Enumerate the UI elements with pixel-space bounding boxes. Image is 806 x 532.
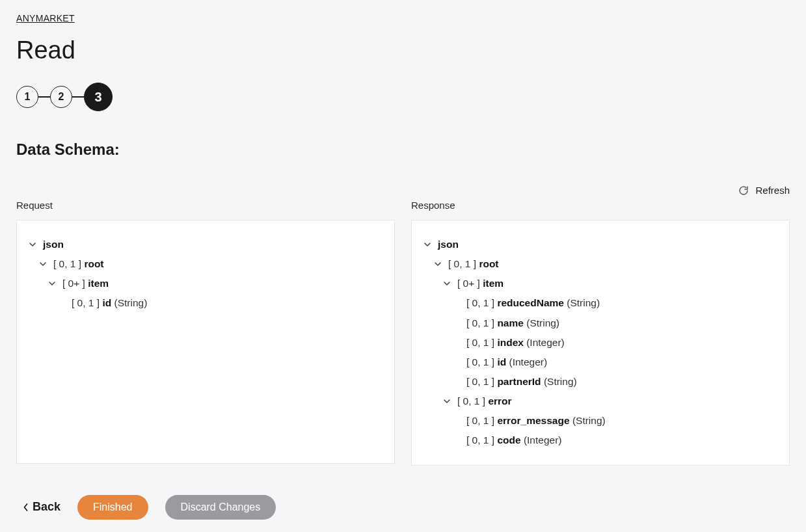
wizard-step-3[interactable]: 3: [84, 83, 113, 111]
tree-node-label: json: [438, 238, 459, 251]
refresh-label: Refresh: [755, 185, 790, 196]
chevron-down-icon[interactable]: [443, 280, 452, 287]
tree-node-label: [ 0, 1 ] index (Integer): [466, 336, 565, 349]
request-label: Request: [16, 200, 395, 211]
chevron-left-icon: [23, 503, 29, 512]
tree-node-label: [ 0, 1 ] name (String): [466, 317, 559, 330]
discard-button[interactable]: Discard Changes: [165, 495, 276, 520]
tree-row[interactable]: [ 0, 1 ] root: [29, 254, 383, 274]
refresh-icon: [738, 185, 749, 196]
finished-button[interactable]: Finished: [77, 495, 148, 520]
tree-row: [ 0, 1 ] index (Integer): [423, 333, 777, 352]
tree-node-label: [ 0+ ] item: [457, 277, 504, 290]
tree-row: [ 0, 1 ] id (String): [29, 293, 383, 313]
breadcrumb-link[interactable]: ANYMARKET: [16, 13, 790, 23]
tree-node-label: [ 0, 1 ] id (Integer): [466, 356, 547, 369]
tree-row: [ 0, 1 ] id (Integer): [423, 352, 777, 372]
tree-node-label: [ 0, 1 ] error_message (String): [466, 414, 606, 427]
tree-node-label: [ 0, 1 ] code (Integer): [466, 434, 562, 447]
wizard-step-2[interactable]: 2: [50, 86, 72, 108]
wizard-step-1[interactable]: 1: [16, 86, 38, 108]
tree-row[interactable]: [ 0, 1 ] error: [423, 392, 777, 411]
step-connector: [72, 96, 84, 98]
tree-row[interactable]: [ 0+ ] item: [29, 274, 383, 293]
tree-row[interactable]: json: [29, 235, 383, 254]
chevron-down-icon[interactable]: [29, 241, 38, 248]
request-panel: json[ 0, 1 ] root[ 0+ ] item[ 0, 1 ] id …: [16, 220, 395, 464]
tree-node-label: [ 0+ ] item: [62, 277, 109, 290]
chevron-down-icon[interactable]: [443, 397, 452, 405]
section-heading: Data Schema:: [16, 140, 790, 159]
tree-node-label: [ 0, 1 ] error: [457, 395, 512, 408]
tree-row[interactable]: [ 0, 1 ] root: [423, 254, 777, 274]
tree-row[interactable]: [ 0+ ] item: [423, 274, 777, 293]
tree-node-label: [ 0, 1 ] id (String): [72, 297, 147, 310]
chevron-down-icon[interactable]: [434, 260, 443, 268]
response-panel: json[ 0, 1 ] root[ 0+ ] item[ 0, 1 ] red…: [411, 220, 790, 466]
page-title: Read: [16, 36, 790, 64]
tree-node-label: [ 0, 1 ] root: [448, 258, 499, 271]
wizard-steps: 123: [16, 83, 790, 111]
tree-node-label: [ 0, 1 ] root: [53, 258, 104, 271]
tree-row[interactable]: json: [423, 235, 777, 254]
tree-node-label: json: [43, 238, 64, 251]
tree-node-label: [ 0, 1 ] partnerId (String): [466, 375, 577, 388]
step-connector: [38, 96, 50, 98]
chevron-down-icon[interactable]: [39, 260, 48, 268]
tree-row: [ 0, 1 ] error_message (String): [423, 411, 777, 431]
tree-node-label: [ 0, 1 ] reducedName (String): [466, 297, 600, 310]
tree-row: [ 0, 1 ] name (String): [423, 313, 777, 333]
chevron-down-icon[interactable]: [423, 241, 433, 248]
refresh-button[interactable]: Refresh: [738, 185, 790, 196]
tree-row: [ 0, 1 ] code (Integer): [423, 431, 777, 450]
response-label: Response: [411, 200, 790, 211]
tree-row: [ 0, 1 ] partnerId (String): [423, 372, 777, 392]
back-label: Back: [33, 500, 60, 514]
chevron-down-icon[interactable]: [48, 280, 57, 287]
tree-row: [ 0, 1 ] reducedName (String): [423, 293, 777, 313]
back-button[interactable]: Back: [23, 500, 60, 514]
